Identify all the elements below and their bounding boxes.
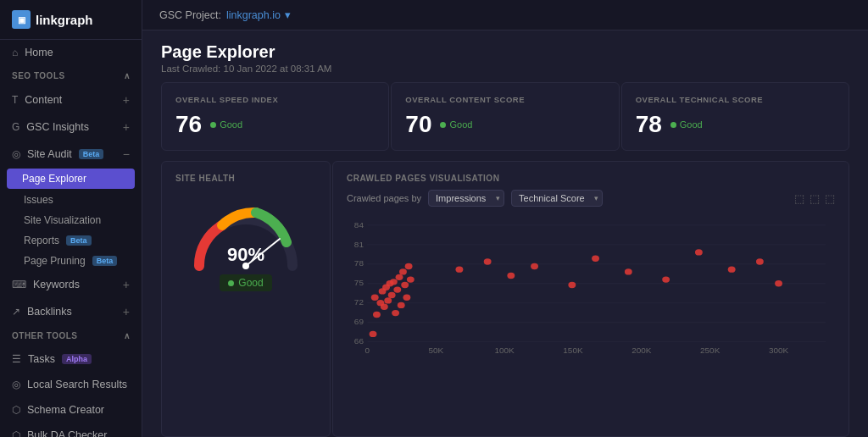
sidebar-item-home[interactable]: ⌂ Home (0, 40, 142, 65)
sidebar-item-label: Bulk DA Checker (27, 429, 107, 437)
svg-text:66: 66 (354, 338, 364, 346)
svg-point-40 (401, 282, 409, 288)
add-icon: + (123, 305, 130, 318)
chart-label: CRAWLED PAGES VISUALISATION (347, 174, 835, 183)
project-selector[interactable]: linkgraph.io ▾ (226, 8, 291, 21)
svg-point-41 (403, 295, 410, 301)
logo[interactable]: ▣ linkgraph (0, 0, 142, 40)
sub-item-label: Reports (24, 235, 59, 246)
technical-score-dropdown[interactable]: Technical Score Content Score (511, 190, 603, 207)
sidebar-sub-issues[interactable]: Issues (0, 190, 142, 210)
home-icon: ⌂ (12, 47, 18, 58)
page-title: Page Explorer (161, 42, 849, 62)
sidebar-sub-page-explorer[interactable]: Page Explorer (7, 169, 135, 189)
svg-point-37 (396, 274, 403, 280)
sidebar-item-label: Site Audit (27, 148, 72, 160)
score-value: 76 (175, 111, 202, 138)
site-health-panel: SITE HEALTH 90% (161, 161, 331, 437)
svg-point-53 (728, 266, 736, 272)
impressions-dropdown-wrapper: Impressions Clicks ▾ (428, 190, 504, 207)
good-dot (210, 122, 216, 128)
gsc-icon: G (12, 121, 19, 133)
svg-point-46 (507, 273, 515, 279)
chart-controls: Crawled pages by Impressions Clicks ▾ Te… (347, 190, 835, 207)
svg-point-33 (388, 292, 396, 298)
project-name: linkgraph.io (226, 9, 281, 21)
crawled-chart-panel: CRAWLED PAGES VISUALISATION Crawled page… (332, 161, 849, 437)
sidebar-item-label: Home (25, 47, 53, 58)
svg-text:200K: 200K (632, 347, 651, 355)
top-bar: GSC Project: linkgraph.io ▾ (142, 0, 868, 30)
schema-icon: ⬡ (12, 404, 20, 416)
score-cards: OVERALL SPEED INDEX 76 Good OVERALL CONT… (142, 82, 868, 161)
sidebar-sub-visualization[interactable]: Site Visualization (0, 210, 142, 230)
add-icon: + (123, 278, 130, 291)
impressions-dropdown[interactable]: Impressions Clicks (428, 190, 504, 207)
sidebar-sub-page-pruning[interactable]: Page Pruning Beta (0, 251, 142, 271)
page-subtitle: Last Crawled: 10 Jan 2022 at 08:31 AM (161, 64, 849, 74)
svg-point-50 (625, 268, 632, 274)
svg-point-38 (398, 302, 405, 308)
sidebar-item-schema[interactable]: ⬡ Schema Creator (0, 397, 142, 423)
score-status: Good (210, 119, 242, 130)
score-status: Good (670, 119, 703, 130)
sidebar-item-label: Local Search Results (27, 379, 127, 390)
svg-point-51 (662, 276, 670, 282)
svg-text:72: 72 (354, 299, 364, 307)
svg-point-24 (370, 331, 377, 337)
sub-item-label: Page Explorer (22, 173, 86, 185)
beta-badge: Beta (79, 149, 104, 159)
sidebar-item-site-audit[interactable]: ◎ Site Audit Beta − (0, 141, 142, 168)
content-icon: T (12, 94, 18, 106)
svg-point-35 (392, 310, 399, 316)
collapse-icon: − (123, 147, 130, 161)
score-label: OVERALL TECHNICAL SCORE (636, 95, 835, 104)
svg-point-49 (592, 256, 599, 262)
beta-badge: Beta (92, 256, 118, 266)
sidebar-item-label: Schema Creator (27, 404, 104, 416)
sidebar-sub-reports[interactable]: Reports Beta (0, 230, 142, 251)
alpha-badge: Alpha (62, 354, 92, 364)
score-status: Good (440, 119, 472, 130)
sidebar-item-local-search[interactable]: ◎ Local Search Results (0, 372, 142, 397)
resize-icon[interactable]: ⬚ (810, 192, 820, 205)
sub-item-label: Issues (24, 194, 53, 206)
export-icon[interactable]: ⬚ (825, 192, 835, 205)
svg-point-36 (393, 286, 401, 292)
svg-text:50K: 50K (428, 347, 443, 355)
svg-point-54 (756, 258, 764, 264)
svg-point-27 (371, 295, 379, 301)
svg-text:78: 78 (354, 260, 364, 268)
score-label: OVERALL CONTENT SCORE (405, 95, 604, 104)
score-label: OVERALL SPEED INDEX (175, 95, 375, 104)
gsc-label: GSC Project: (159, 9, 221, 21)
svg-point-45 (484, 258, 492, 264)
sub-item-label: Page Pruning (24, 255, 86, 267)
seo-tools-chevron: ∧ (124, 71, 131, 80)
sidebar-item-bulk-da[interactable]: ⬡ Bulk DA Checker (0, 423, 142, 437)
svg-text:150K: 150K (563, 347, 582, 355)
svg-text:300K: 300K (769, 347, 788, 355)
seo-tools-section: SEO TOOLS ∧ (0, 65, 142, 86)
bulk-da-icon: ⬡ (12, 429, 20, 437)
sidebar-item-keywords[interactable]: ⌨ Keywords + (0, 271, 142, 298)
sidebar-item-content[interactable]: T Content + (0, 86, 142, 113)
sidebar: ▣ linkgraph ⌂ Home SEO TOOLS ∧ T Content… (0, 0, 142, 437)
local-search-icon: ◎ (12, 379, 20, 390)
sidebar-item-tasks[interactable]: ☰ Tasks Alpha (0, 346, 142, 372)
sidebar-item-label: Backlinks (27, 306, 72, 318)
gauge: 90% (186, 198, 305, 266)
sidebar-item-gsc[interactable]: G GSC Insights + (0, 113, 142, 141)
svg-point-31 (384, 297, 392, 303)
crawled-by-label: Crawled pages by (347, 193, 421, 203)
add-icon: + (123, 120, 130, 134)
svg-point-34 (390, 279, 398, 285)
score-card-content: OVERALL CONTENT SCORE 70 Good (391, 82, 619, 151)
svg-text:75: 75 (354, 279, 364, 287)
other-tools-chevron: ∧ (124, 331, 131, 340)
backlinks-icon: ↗ (12, 306, 20, 318)
sidebar-item-backlinks[interactable]: ↗ Backlinks + (0, 298, 142, 325)
score-card-technical: OVERALL TECHNICAL SCORE 78 Good (621, 82, 849, 151)
download-icon[interactable]: ⬚ (794, 192, 804, 205)
svg-point-43 (407, 276, 415, 282)
